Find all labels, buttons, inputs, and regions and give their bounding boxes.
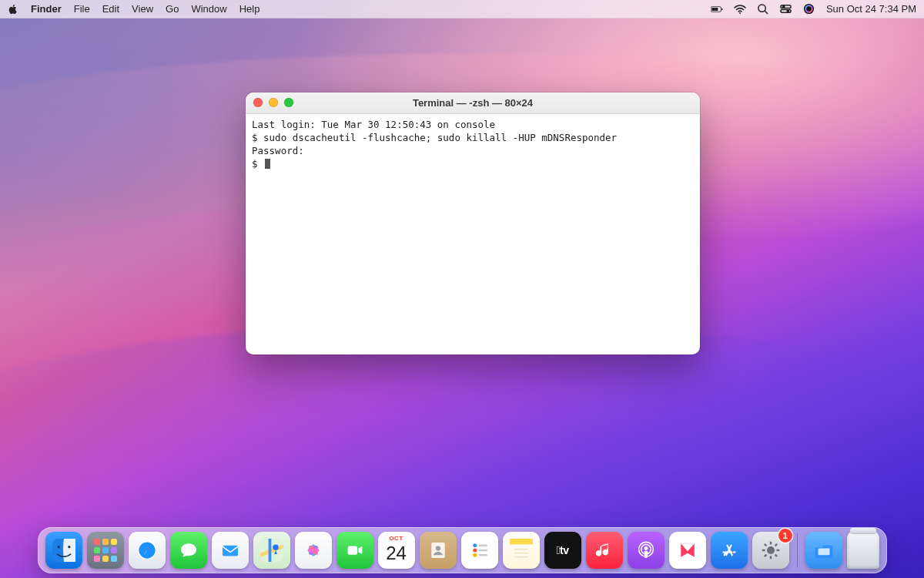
menu-help[interactable]: Help [239,3,260,15]
window-title: Terminal — -zsh — 80×24 [413,97,533,109]
close-button[interactable] [253,98,263,107]
cursor-icon [265,159,270,169]
dock-finder[interactable] [45,532,82,569]
menu-edit[interactable]: Edit [102,3,119,15]
svg-point-9 [788,10,789,12]
control-center-icon[interactable] [780,3,792,15]
dock-appstore[interactable] [711,532,748,569]
terminal-line: Password: [252,145,304,156]
svg-point-53 [767,546,775,554]
svg-point-34 [435,546,440,550]
dock-news[interactable] [669,532,706,569]
menu-view[interactable]: View [132,3,153,15]
menu-bar: Finder File Edit View Go Window Help [0,0,924,18]
terminal-line: $ sudo dscacheutil -flushcache; sudo kil… [252,132,617,143]
window-titlebar[interactable]: Terminal — -zsh — 80×24 [246,92,700,114]
svg-point-4 [758,5,765,12]
svg-line-58 [764,544,766,546]
dock-music[interactable] [586,532,623,569]
siri-icon[interactable] [803,3,815,15]
dock-photos[interactable] [295,532,332,569]
dock-maps[interactable] [253,532,290,569]
menu-go[interactable]: Go [166,3,179,15]
svg-line-5 [765,11,768,14]
launchpad-grid-icon [94,539,117,562]
svg-point-35 [473,543,477,547]
dock-separator [797,533,798,567]
svg-point-13 [57,546,59,548]
svg-rect-38 [478,549,487,552]
menu-window[interactable]: Window [191,3,226,15]
svg-point-45 [644,546,648,550]
wifi-icon[interactable] [734,3,746,15]
svg-point-23 [273,545,279,551]
calendar-day-label: 24 [378,543,415,564]
zoom-button[interactable] [284,98,293,107]
dock-reminders[interactable] [461,532,498,569]
svg-rect-40 [478,554,487,556]
svg-rect-64 [818,549,829,556]
svg-rect-36 [478,545,487,547]
terminal-line: Last login: Tue Mar 30 12:50:43 on conso… [252,119,495,130]
desktop: Finder File Edit View Go Window Help [0,0,924,578]
apple-menu-icon[interactable] [8,4,18,15]
dock-mail[interactable] [212,532,249,569]
active-app-name[interactable]: Finder [31,3,62,15]
dock-contacts[interactable] [420,532,457,569]
svg-rect-21 [223,546,238,556]
dock-system-preferences[interactable]: 1 [752,532,789,569]
menu-datetime[interactable]: Sun Oct 24 7:34 PM [826,3,916,15]
svg-rect-2 [721,8,722,10]
dock: OCT 24 tv [0,527,924,573]
tv-logo-icon: tv [556,544,568,556]
svg-line-61 [764,555,766,557]
svg-line-52 [724,553,725,556]
dock-calendar[interactable]: OCT 24 [378,532,415,569]
dock-notes[interactable] [503,532,540,569]
menu-file[interactable]: File [74,3,90,15]
minimize-button[interactable] [269,98,278,107]
svg-point-39 [473,553,477,557]
terminal-output[interactable]: Last login: Tue Mar 30 12:50:43 on conso… [246,114,700,176]
svg-line-59 [775,555,777,557]
dock-trash[interactable] [847,532,879,569]
dock-facetime[interactable] [336,532,373,569]
svg-point-3 [739,12,741,14]
calendar-month-label: OCT [378,535,415,542]
notification-badge: 1 [778,529,792,543]
svg-rect-63 [815,543,822,547]
terminal-prompt: $ [252,158,258,170]
svg-line-60 [775,544,777,546]
dock-podcasts[interactable] [628,532,665,569]
dock-launchpad[interactable] [87,532,124,569]
svg-rect-32 [347,546,357,554]
dock-messages[interactable] [170,532,207,569]
dock-downloads-folder[interactable] [805,532,842,569]
terminal-window[interactable]: Terminal — -zsh — 80×24 Last login: Tue … [246,92,700,355]
dock-tv[interactable]: tv [544,532,581,569]
svg-rect-1 [711,8,718,11]
dock-safari[interactable] [129,532,166,569]
svg-rect-41 [510,539,533,545]
svg-point-14 [68,546,70,548]
dock-tray: OCT 24 tv [38,527,887,573]
svg-point-7 [783,5,785,7]
svg-point-37 [473,549,477,553]
battery-icon[interactable] [711,3,723,15]
spotlight-icon[interactable] [757,3,769,15]
